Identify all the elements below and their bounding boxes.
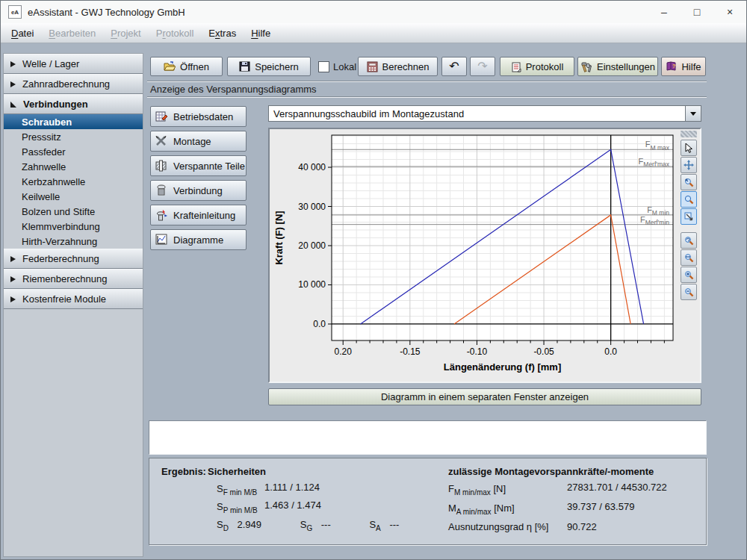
magnifier-arrow-icon: [684, 178, 694, 187]
dropdown-button[interactable]: [685, 106, 701, 121]
app-window: eA eAssistant - GWJ Technology GmbH – □ …: [0, 0, 747, 560]
assembly-row-label: MA min/max [Nm]: [448, 503, 515, 516]
assembly-button[interactable]: Montage: [150, 131, 247, 152]
pointer-select-button[interactable]: [681, 140, 697, 156]
operating-data-icon: [155, 111, 168, 122]
chevron-expanded-icon: [10, 102, 16, 108]
sidebar-section-zahnradberechnung[interactable]: Zahnradberechnung: [4, 74, 143, 94]
zoom-fit-button[interactable]: [681, 249, 697, 266]
joint-diagram[interactable]: FM maxFMerf'maxFM minFMerf'min0.20-0.15-…: [270, 129, 678, 382]
menu-bearbeiten[interactable]: Bearbeiten: [41, 25, 103, 41]
results-heading: Ergebnis:: [161, 466, 206, 477]
svg-text:30 000: 30 000: [298, 202, 326, 212]
sidebar-item-presssitz[interactable]: Presssitz: [4, 129, 143, 144]
magnifier-plus-icon: [684, 270, 694, 280]
help-button[interactable]: ? Hilfe: [661, 57, 706, 76]
title-bar: eA eAssistant - GWJ Technology GmbH – □ …: [1, 1, 746, 24]
window-title: eAssistant - GWJ Technology GmbH: [28, 7, 185, 18]
sidebar-section-verbindungen[interactable]: Verbindungen: [4, 94, 143, 114]
pan-button[interactable]: [681, 157, 697, 173]
sidebar-item-passfeder[interactable]: Passfeder: [4, 144, 143, 159]
connection-button[interactable]: Verbindung: [150, 180, 247, 201]
clamped-parts-button[interactable]: Verspannte Teile: [150, 155, 247, 176]
magnifier-fit-icon: [684, 253, 694, 263]
safety-title: Sicherheiten: [208, 466, 266, 477]
close-icon[interactable]: ×: [713, 1, 746, 23]
sidebar: Welle / Lager Zahnradberechnung Verbindu…: [3, 53, 143, 557]
svg-text:-0.15: -0.15: [400, 346, 421, 357]
sidebar-section-kostenfreie-module[interactable]: Kostenfreie Module: [4, 289, 143, 309]
open-diagram-window-button[interactable]: Diagramm in einem separaten Fenster anze…: [268, 388, 701, 405]
operating-data-button[interactable]: Betriebsdaten: [150, 106, 247, 127]
protocol-button-label: Protokoll: [526, 61, 564, 72]
sidebar-section-welle-lager[interactable]: Welle / Lager: [4, 54, 143, 74]
status-text: Anzeige des Verspannungsdiagramms: [150, 84, 317, 95]
svg-text:-0.10: -0.10: [467, 346, 488, 357]
toolbar-drag-handle[interactable]: [681, 131, 697, 137]
clamped-parts-label: Verspannte Teile: [173, 161, 245, 172]
force-application-button[interactable]: Krafteinleitung: [150, 205, 247, 225]
minimize-icon[interactable]: –: [648, 1, 681, 23]
undo-button[interactable]: ↶: [441, 57, 467, 76]
assembly-title: zulässige Montagevorspannkräfte/-momente: [448, 466, 654, 477]
sidebar-item-bolzen-und-stifte[interactable]: Bolzen und Stifte: [4, 204, 143, 219]
menu-projekt[interactable]: Projekt: [103, 25, 148, 41]
sidebar-section-riemenberechnung[interactable]: Riemenberechnung: [4, 269, 143, 289]
menu-extras[interactable]: Extras: [201, 25, 244, 41]
open-button[interactable]: Öffnen: [150, 57, 223, 76]
sidebar-item-schrauben[interactable]: Schrauben: [4, 114, 143, 129]
sidebar-item-zahnwelle[interactable]: Zahnwelle: [4, 159, 143, 174]
clamped-parts-icon: [155, 160, 168, 172]
assembly-row-label: FM min/max [N]: [448, 483, 506, 497]
zoom-in-button[interactable]: [681, 267, 697, 283]
chevron-right-icon: [10, 61, 16, 67]
chevron-right-icon: [10, 296, 16, 302]
zoom-out-button[interactable]: [681, 284, 697, 300]
folder-open-icon: [164, 61, 176, 72]
calculate-button-label: Berechnen: [382, 61, 430, 72]
sidebar-item-klemmverbindung[interactable]: Klemmverbindung: [4, 219, 143, 234]
force-application-label: Krafteinleitung: [173, 210, 235, 221]
chart-toolbar: [679, 131, 698, 300]
settings-button[interactable]: Einstellungen: [577, 57, 658, 76]
sidebar-item-hirth-verzahnung[interactable]: Hirth-Verzahnung: [4, 234, 143, 249]
menu-datei[interactable]: Datei: [4, 25, 41, 41]
svg-text:-0.05: -0.05: [533, 346, 554, 357]
redo-button[interactable]: ↷: [470, 57, 495, 76]
menu-protokoll[interactable]: Protokoll: [149, 25, 202, 41]
sidebar-item-keilwelle[interactable]: Keilwelle: [4, 189, 143, 204]
sidebar-section-label: Welle / Lager: [22, 58, 79, 69]
settings-button-label: Einstellungen: [597, 61, 655, 72]
chart-icon: [155, 234, 168, 246]
assembly-row-value: 39.737 / 63.579: [567, 501, 634, 512]
sidebar-section-federberechnung[interactable]: Federberechnung: [4, 249, 143, 269]
zoom-window-button[interactable]: [681, 174, 697, 190]
magnifier-undo-icon: [684, 236, 694, 246]
magnifier-minus-icon: [684, 287, 694, 297]
protocol-button[interactable]: Protokoll: [500, 57, 574, 76]
diagram-select[interactable]: Verspannungsschaubild im Montagezustand: [268, 105, 701, 122]
scale-axes-button[interactable]: [681, 208, 697, 225]
sidebar-item-kerbzahnwelle[interactable]: Kerbzahnwelle: [4, 174, 143, 189]
calculate-button[interactable]: Berechnen: [358, 57, 438, 76]
svg-text:10 000: 10 000: [298, 279, 326, 290]
diagrams-button[interactable]: Diagramme: [150, 229, 247, 250]
chevron-right-icon: [10, 81, 16, 87]
sidebar-section-label: Kostenfreie Module: [22, 293, 106, 305]
local-checkbox[interactable]: [318, 61, 329, 72]
message-box[interactable]: [149, 420, 707, 455]
svg-text:0.0: 0.0: [604, 346, 617, 357]
svg-text:20 000: 20 000: [298, 240, 326, 251]
menu-hilfe[interactable]: Hilfe: [244, 25, 278, 41]
diagrams-label: Diagramme: [173, 234, 223, 246]
open-button-label: Öffnen: [180, 61, 209, 72]
zoom-undo-button[interactable]: [681, 232, 697, 249]
zoom-drag-button[interactable]: [681, 191, 697, 208]
app-icon: eA: [8, 5, 22, 19]
safety-row: SP min M/B: [217, 501, 258, 514]
window-controls: – □ ×: [648, 1, 746, 23]
save-button[interactable]: Speichern: [227, 57, 311, 76]
svg-text:Längenänderung (f) [mm]: Längenänderung (f) [mm]: [444, 361, 561, 373]
svg-text:Kraft (F) [N]: Kraft (F) [N]: [273, 211, 285, 264]
maximize-icon[interactable]: □: [681, 1, 713, 23]
